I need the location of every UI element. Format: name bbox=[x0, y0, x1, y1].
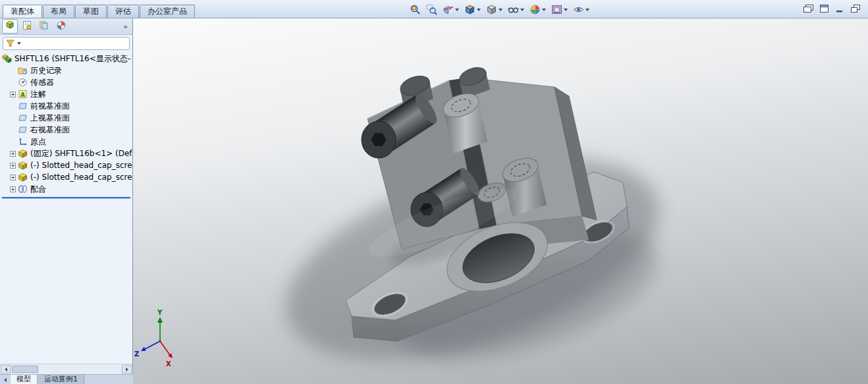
tree-item[interactable]: +A注解 bbox=[0, 88, 132, 100]
document-window-button[interactable] bbox=[819, 5, 830, 13]
tree-item[interactable]: 前视基准面 bbox=[0, 100, 132, 112]
tree-item-label: (固定) SHFTL16b<1> (Defa bbox=[30, 148, 132, 159]
component-icon bbox=[18, 161, 28, 170]
heads-up-toolbar bbox=[408, 3, 591, 16]
tree-item[interactable]: +(-) Slotted_head_cap_screw bbox=[0, 159, 132, 171]
tree-item[interactable]: 右视基准面 bbox=[0, 124, 132, 136]
tree-item[interactable]: +(固定) SHFTL16b<1> (Defa bbox=[0, 148, 132, 159]
sensors-icon bbox=[18, 78, 28, 87]
zoom-to-fit-icon bbox=[410, 4, 421, 15]
tree-item-label: SHFTL16 (SHFTL16<显示状态- bbox=[14, 53, 130, 65]
hide-show-items-button[interactable] bbox=[506, 3, 526, 16]
edit-appearance-button[interactable] bbox=[528, 3, 547, 16]
ribbon-tab-4[interactable]: 办公室产品 bbox=[140, 5, 195, 18]
viewport-canvas[interactable]: Y Z X bbox=[133, 18, 868, 384]
origin-icon bbox=[18, 137, 28, 146]
propertymanager-icon bbox=[22, 20, 32, 33]
study-tabs-bar: 模型运动算例1 bbox=[0, 374, 140, 384]
view-settings-button[interactable] bbox=[572, 3, 591, 16]
tree-item[interactable]: 历史记录 bbox=[0, 65, 132, 76]
dropdown-arrow-icon[interactable] bbox=[477, 9, 481, 11]
window-controls bbox=[803, 5, 861, 13]
zoom-to-area-button[interactable] bbox=[425, 3, 439, 16]
plane-icon bbox=[18, 125, 28, 134]
panel-tab-featuremanager-tree[interactable] bbox=[2, 19, 18, 34]
assembly-icon bbox=[2, 54, 12, 63]
triad-y-arrow-icon bbox=[157, 317, 163, 323]
configurationmanager-icon bbox=[39, 20, 49, 33]
panel-tabs-overflow-button[interactable]: » bbox=[121, 22, 130, 31]
dropdown-arrow-icon[interactable] bbox=[455, 9, 459, 11]
tree-item[interactable]: 传感器 bbox=[0, 76, 132, 88]
component-icon bbox=[18, 149, 28, 158]
featuremanager-panel: » SHFTL16 (SHFTL16<显示状态-历史记录传感器+A注解前视基准面… bbox=[0, 18, 133, 374]
filter-dropdown-icon[interactable] bbox=[17, 42, 21, 45]
tree-item-label: 前视基准面 bbox=[30, 101, 70, 112]
panel-tab-appearances[interactable] bbox=[53, 19, 69, 34]
ribbon-tab-2[interactable]: 草图 bbox=[75, 5, 107, 18]
study-tab-1[interactable]: 运动算例1 bbox=[38, 375, 84, 384]
expand-icon[interactable]: + bbox=[10, 186, 16, 192]
ribbon-tab-3[interactable]: 评估 bbox=[107, 5, 139, 18]
view-orientation-icon bbox=[464, 4, 475, 15]
apply-scene-icon bbox=[551, 4, 562, 15]
expand-icon[interactable]: + bbox=[10, 163, 16, 169]
study-tab-0[interactable]: 模型 bbox=[11, 375, 38, 384]
scroll-left-button[interactable] bbox=[1, 365, 11, 373]
ribbon-tabs: 装配体布局草图评估办公室产品 bbox=[3, 5, 196, 18]
feature-tree: SHFTL16 (SHFTL16<显示状态-历史记录传感器+A注解前视基准面上视… bbox=[0, 51, 132, 364]
mates-icon bbox=[18, 184, 28, 194]
tree-filter-box[interactable] bbox=[3, 37, 130, 50]
scrollbar-thumb[interactable] bbox=[12, 366, 38, 373]
featuremanager-tree-icon bbox=[5, 20, 15, 33]
tree-item[interactable]: +配合 bbox=[0, 183, 132, 195]
minimize-button[interactable] bbox=[834, 5, 846, 13]
zoom-to-fit-button[interactable] bbox=[408, 3, 422, 16]
graphics-viewport[interactable]: Y Z X bbox=[133, 18, 868, 384]
tree-item[interactable]: 上视基准面 bbox=[0, 112, 132, 124]
tree-item-label: (-) Slotted_head_cap_screw bbox=[30, 161, 132, 170]
tree-item-label: 历史记录 bbox=[30, 65, 62, 76]
view-orientation-button[interactable] bbox=[463, 3, 482, 16]
dropdown-arrow-icon[interactable] bbox=[585, 9, 589, 11]
document-window-icon bbox=[819, 3, 829, 15]
ribbon-tab-0[interactable]: 装配体 bbox=[3, 5, 42, 18]
panel-tab-propertymanager[interactable] bbox=[19, 19, 35, 34]
section-view-button[interactable] bbox=[441, 3, 460, 16]
panel-tabs: » bbox=[0, 18, 132, 35]
panel-tab-configurationmanager[interactable] bbox=[36, 19, 52, 34]
display-style-button[interactable] bbox=[485, 3, 504, 16]
dropdown-arrow-icon[interactable] bbox=[520, 9, 524, 11]
scroll-right-button[interactable] bbox=[122, 365, 132, 373]
dropdown-arrow-icon[interactable] bbox=[542, 9, 546, 11]
svg-text:A: A bbox=[20, 92, 25, 98]
expand-icon[interactable]: + bbox=[10, 175, 16, 180]
tree-item-label: 传感器 bbox=[30, 77, 54, 88]
filter-funnel-icon bbox=[6, 38, 14, 50]
restore-button[interactable] bbox=[850, 5, 861, 13]
tree-item[interactable]: +(-) Slotted_head_cap_screw bbox=[0, 171, 132, 183]
expand-icon[interactable]: + bbox=[10, 92, 16, 97]
tree-item[interactable]: SHFTL16 (SHFTL16<显示状态- bbox=[0, 53, 132, 65]
panel-horizontal-scrollbar[interactable] bbox=[0, 364, 132, 374]
triad-z-label: Z bbox=[134, 350, 139, 358]
apply-scene-button[interactable] bbox=[550, 3, 569, 16]
title-ribbon-bar: 装配体布局草图评估办公室产品 bbox=[0, 0, 868, 18]
minimize-icon bbox=[835, 3, 845, 15]
ribbon-tab-1[interactable]: 布局 bbox=[43, 5, 74, 18]
orientation-triad: Y Z X bbox=[134, 309, 173, 368]
cascade-windows-button[interactable] bbox=[803, 5, 814, 13]
dropdown-arrow-icon[interactable] bbox=[499, 9, 502, 11]
study-tabs-nav-button[interactable] bbox=[0, 375, 10, 384]
triad-y-label: Y bbox=[157, 309, 163, 316]
dropdown-arrow-icon[interactable] bbox=[564, 9, 568, 11]
tree-item-label: 右视基准面 bbox=[30, 124, 70, 136]
tree-item-label: 注解 bbox=[30, 89, 46, 100]
expand-icon[interactable]: + bbox=[10, 151, 16, 157]
view-settings-icon bbox=[573, 4, 584, 15]
tree-end-bar[interactable] bbox=[2, 197, 130, 198]
tree-item-label: 原点 bbox=[30, 136, 46, 148]
zoom-to-area-icon bbox=[426, 4, 437, 15]
tree-item[interactable]: 原点 bbox=[0, 136, 132, 148]
cascade-windows-icon bbox=[803, 3, 813, 15]
